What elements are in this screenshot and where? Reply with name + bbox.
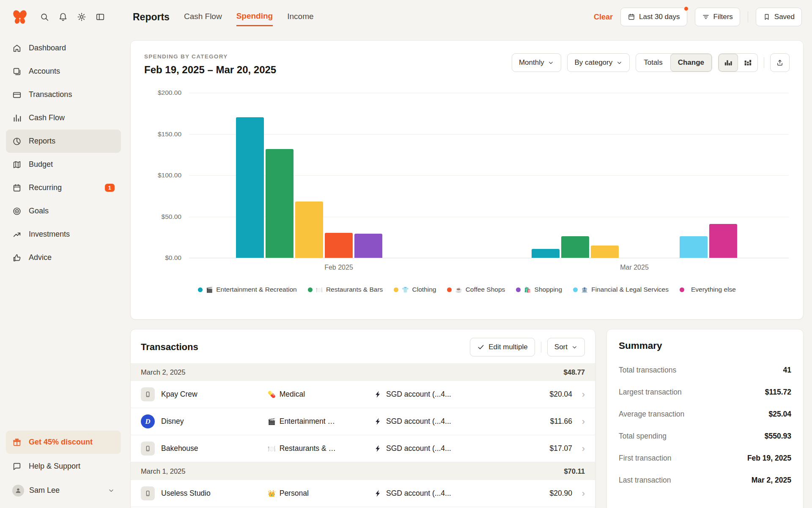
account-cell: SGD account (...4...	[374, 417, 501, 426]
category-icon: 👑	[268, 490, 276, 497]
date-range-notification-dot	[683, 6, 689, 11]
summary-value: 41	[783, 366, 791, 375]
legend-item-everything-else[interactable]: Everything else	[680, 286, 736, 293]
transactions-actions: Edit multiple Sort	[470, 338, 585, 356]
chart-x-label: Feb 2025	[309, 264, 368, 271]
date-range-button[interactable]: Last 30 days	[620, 8, 687, 26]
legend-item-entertainment[interactable]: 🎬Entertainment & Recreation	[198, 286, 297, 293]
legend-label: Shopping	[535, 286, 562, 293]
tab-cash-flow[interactable]: Cash Flow	[184, 8, 222, 25]
totals-option[interactable]: Totals	[636, 54, 670, 72]
summary-row: Largest transaction $115.72	[619, 381, 791, 403]
chat-bubble-icon	[12, 462, 22, 471]
legend-item-clothing[interactable]: 👕Clothing	[394, 286, 436, 293]
sidebar-item-budget[interactable]: Budget	[6, 153, 121, 176]
sidebar-item-cash-flow[interactable]: Cash Flow	[6, 106, 121, 130]
chart-bar-1-6[interactable]	[709, 224, 737, 258]
app-logo-icon[interactable]	[12, 9, 28, 25]
merchant-logo	[141, 486, 155, 500]
transaction-row[interactable]: D Disney 🎬Entertainment … SGD account (.…	[131, 408, 595, 435]
search-icon[interactable]	[40, 12, 49, 22]
page-title: Reports	[133, 11, 170, 23]
change-option[interactable]: Change	[670, 54, 712, 72]
group-by-label: By category	[574, 58, 612, 67]
summary-value: Mar 2, 2025	[752, 476, 791, 485]
chart-bar-0-2[interactable]	[295, 202, 323, 258]
chevron-right-icon[interactable]: ›	[572, 390, 585, 399]
sidebar-item-investments[interactable]: Investments	[6, 223, 121, 246]
chart-bar-1-1[interactable]	[561, 236, 589, 258]
export-button[interactable]	[770, 53, 790, 72]
actions-divider	[541, 342, 541, 353]
chart-bar-1-2[interactable]	[591, 246, 619, 258]
transaction-row[interactable]: Useless Studio 👑Personal SGD account (..…	[131, 480, 595, 507]
sidebar-item-advice[interactable]: Advice	[6, 246, 121, 269]
chart-bar-0-1[interactable]	[266, 149, 294, 258]
chart-legend: 🎬Entertainment & Recreation 🍽️Restaurant…	[144, 286, 790, 293]
chart-bar-1-0[interactable]	[532, 249, 560, 258]
account-name: SGD account (...4...	[386, 489, 451, 498]
edit-multiple-button[interactable]: Edit multiple	[470, 338, 535, 356]
chart-bar-0-0[interactable]	[236, 117, 264, 258]
chart-y-label: $0.00	[144, 254, 181, 262]
sidebar-item-label: Accounts	[29, 67, 60, 76]
chart-gridline	[189, 134, 789, 135]
category-cell[interactable]: 💊Medical	[268, 390, 374, 399]
category-cell[interactable]: 🎬Entertainment …	[268, 417, 374, 426]
tab-income[interactable]: Income	[287, 8, 313, 25]
sort-dropdown[interactable]: Sort	[547, 338, 585, 356]
chart-bar-0-3[interactable]	[325, 233, 353, 258]
legend-item-shopping[interactable]: 🛍️Shopping	[516, 286, 562, 293]
category-cell[interactable]: 🍽️Restaurants & …	[268, 444, 374, 453]
legend-emoji: 🍽️	[316, 287, 323, 293]
category-name: Entertainment …	[280, 417, 335, 426]
sidebar-toggle-icon[interactable]	[96, 12, 105, 22]
chart-bar-0-4[interactable]	[354, 234, 382, 258]
merchant-logo	[141, 387, 155, 401]
filters-button[interactable]: Filters	[695, 8, 740, 26]
sidebar-item-dashboard[interactable]: Dashboard	[6, 36, 121, 60]
granularity-dropdown[interactable]: Monthly	[512, 53, 562, 72]
summary-label: First transaction	[619, 454, 671, 463]
chevron-right-icon[interactable]: ›	[572, 444, 585, 453]
category-name: Personal	[280, 489, 309, 498]
sidebar-item-label: Goals	[29, 207, 49, 215]
sidebar-item-label: Recurring	[29, 183, 62, 192]
sidebar-item-transactions[interactable]: Transactions	[6, 83, 121, 106]
sidebar-bottom: Get 45% discount Help & Support Sam Lee	[6, 431, 121, 502]
chart-bar-1-5[interactable]	[680, 236, 708, 258]
settings-gear-icon[interactable]	[77, 12, 86, 22]
chevron-right-icon[interactable]: ›	[572, 417, 585, 426]
category-cell[interactable]: 👑Personal	[268, 489, 374, 498]
transaction-row[interactable]: Bakehouse 🍽️Restaurants & … SGD account …	[131, 435, 595, 462]
legend-item-restaurants[interactable]: 🍽️Restaurants & Bars	[308, 286, 383, 293]
legend-item-coffee-shops[interactable]: ☕Coffee Shops	[447, 286, 505, 293]
saved-button[interactable]: Saved	[756, 8, 802, 26]
discount-banner[interactable]: Get 45% discount	[6, 431, 121, 454]
tab-spending[interactable]: Spending	[236, 8, 273, 26]
sidebar-item-accounts[interactable]: Accounts	[6, 60, 121, 83]
sidebar-item-goals[interactable]: Goals	[6, 199, 121, 223]
merchant-logo	[141, 442, 155, 456]
grouped-bars-view-button[interactable]	[719, 54, 738, 72]
legend-label: Financial & Legal Services	[591, 286, 669, 293]
notifications-bell-icon[interactable]	[58, 12, 68, 22]
chevron-down-icon	[108, 487, 115, 494]
clear-filters-link[interactable]: Clear	[594, 13, 613, 22]
chevron-right-icon[interactable]: ›	[572, 489, 585, 498]
merchant-generic-icon	[145, 490, 151, 497]
bar-chart-icon	[12, 113, 22, 123]
help-support-item[interactable]: Help & Support	[6, 455, 121, 478]
user-menu[interactable]: Sam Lee	[6, 479, 121, 502]
group-by-dropdown[interactable]: By category	[567, 53, 630, 72]
legend-emoji: 🎬	[206, 287, 213, 293]
transaction-group-header: March 1, 2025 $70.11	[131, 462, 595, 480]
transaction-group-header: March 2, 2025 $48.77	[131, 363, 595, 381]
sidebar-item-recurring[interactable]: Recurring 1	[6, 176, 121, 199]
sidebar-item-label: Cash Flow	[29, 113, 65, 122]
transaction-row[interactable]: Kpay Crew 💊Medical SGD account (...4... …	[131, 381, 595, 408]
legend-item-financial[interactable]: 🏦Financial & Legal Services	[573, 286, 669, 293]
stacked-bars-view-button[interactable]	[738, 54, 757, 72]
sidebar-item-reports[interactable]: Reports	[6, 130, 121, 153]
summary-row: Last transaction Mar 2, 2025	[619, 469, 791, 491]
